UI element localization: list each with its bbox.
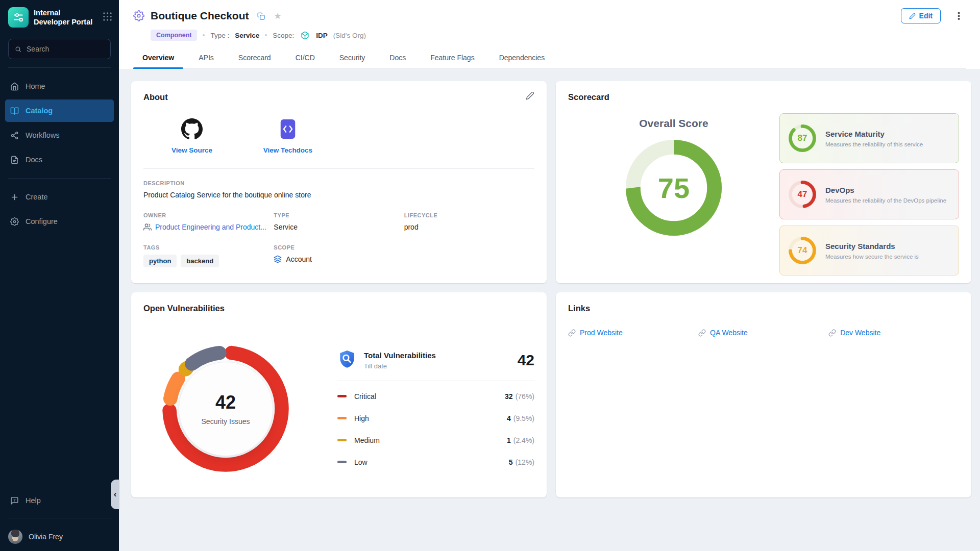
vulnerabilities-card: Open Vulnerabilities 42 Security Issues	[131, 292, 547, 497]
view-source-link[interactable]: View Source	[159, 118, 225, 154]
mini-score-name: DevOps	[825, 186, 946, 194]
shield-search-icon	[337, 350, 357, 370]
users-icon	[143, 223, 152, 231]
sidebar-item-catalog[interactable]: Catalog	[5, 99, 114, 122]
mini-score-value: 74	[798, 245, 807, 256]
page-title: Boutique Checkout	[151, 10, 249, 22]
vulnerabilities-donut-center: 42 Security Issues	[179, 362, 273, 456]
tags-field: TAGS python backend	[143, 244, 274, 267]
kebab-menu-icon[interactable]: ⋮	[952, 10, 966, 22]
layers-icon	[274, 255, 282, 263]
link-icon	[698, 329, 706, 337]
mini-score-value: 47	[798, 189, 807, 199]
chevron-left-icon: ‹	[114, 489, 117, 499]
legend-dash	[337, 439, 347, 441]
overall-score-value: 75	[658, 171, 690, 205]
user-menu[interactable]: Olivia Frey	[0, 524, 119, 544]
tab-cicd[interactable]: CI/CD	[286, 48, 324, 68]
tag-chip[interactable]: backend	[181, 255, 219, 267]
link-qa-website[interactable]: QA Website	[698, 329, 828, 337]
mini-donut: 87	[788, 124, 817, 153]
mini-score-name: Security Standards	[825, 242, 919, 251]
type-field: TYPE Service	[274, 212, 404, 231]
mini-score-desc: Measures the reliability of the DevOps p…	[825, 197, 946, 204]
divider	[143, 168, 534, 169]
search-box[interactable]	[8, 39, 111, 59]
scope-org: (Sid's Org)	[333, 32, 366, 39]
tag-chip[interactable]: python	[143, 255, 177, 267]
search-input[interactable]	[27, 45, 104, 53]
copy-icon[interactable]	[257, 12, 265, 20]
lifecycle-field: LIFECYCLE prod	[404, 212, 534, 231]
scorecard-title: Scorecard	[568, 92, 959, 102]
tab-overview[interactable]: Overview	[133, 48, 183, 68]
tab-scorecard[interactable]: Scorecard	[229, 48, 280, 68]
overall-score-label: Overall Score	[639, 117, 708, 130]
sidebar-item-create[interactable]: Create	[5, 186, 114, 208]
plus-icon	[10, 193, 19, 202]
sidebar-item-label: Help	[26, 496, 41, 505]
sidebar-item-workflows[interactable]: Workflows	[5, 124, 114, 146]
type-value: Service	[235, 32, 259, 39]
sidebar-item-configure[interactable]: Configure	[5, 210, 114, 233]
divider	[337, 381, 534, 381]
sidebar-item-home[interactable]: Home	[5, 75, 114, 97]
scorecard-item-service-maturity[interactable]: 87 Service Maturity Measures the reliabi…	[779, 113, 959, 163]
catalog-icon	[10, 107, 19, 115]
tab-apis[interactable]: APIs	[189, 48, 223, 68]
security-issues-count: 42	[215, 392, 236, 413]
sidebar-collapse-handle[interactable]: ‹	[111, 480, 119, 509]
help-icon: ?	[10, 496, 19, 505]
github-icon	[181, 118, 203, 140]
view-techdocs-link[interactable]: View Techdocs	[255, 118, 321, 154]
vulnerabilities-legend: Critical 32 (76%) High 4 (9.5%) Me	[337, 385, 534, 473]
sidebar-item-label: Docs	[26, 156, 42, 164]
legend-row-low: Low 5 (12%)	[337, 451, 534, 473]
sidebar-item-label: Workflows	[26, 131, 60, 139]
scope-label: Scope:	[273, 32, 294, 39]
search-icon	[15, 45, 21, 53]
scorecard-item-security-standards[interactable]: 74 Security Standards Measures how secur…	[779, 226, 959, 276]
legend-row-critical: Critical 32 (76%)	[337, 385, 534, 407]
legend-row-high: High 4 (9.5%)	[337, 407, 534, 429]
sidebar-item-help[interactable]: ? Help	[5, 489, 114, 512]
legend-dash	[337, 417, 347, 419]
user-name: Olivia Frey	[29, 533, 63, 541]
owner-link[interactable]: Product Engineering and Product...	[155, 223, 266, 231]
legend-dash	[337, 461, 347, 463]
links-title: Links	[568, 304, 959, 313]
sidebar-item-label: Create	[26, 193, 48, 201]
legend-dash	[337, 395, 347, 397]
tab-dependencies[interactable]: Dependencies	[490, 48, 554, 68]
link-prod-website[interactable]: Prod Website	[568, 329, 698, 337]
sidebar-item-label: Configure	[26, 217, 58, 226]
sidebar-item-label: Catalog	[26, 107, 53, 115]
scope-value[interactable]: IDP	[316, 32, 328, 39]
total-vulnerabilities-title: Total Vulnerabilities	[364, 351, 436, 360]
gear-icon	[10, 217, 19, 226]
scope-field: SCOPE Account	[274, 244, 404, 267]
about-edit-icon[interactable]	[526, 91, 534, 102]
mini-score-value: 87	[798, 133, 807, 143]
workflows-icon	[10, 131, 19, 140]
cube-icon	[301, 31, 309, 40]
content-grid: About View Source	[119, 69, 980, 497]
divider	[8, 518, 111, 518]
dot-separator	[203, 34, 205, 36]
link-dev-website[interactable]: Dev Website	[828, 329, 959, 337]
mini-donut: 74	[788, 236, 817, 265]
apps-grid-icon[interactable]	[103, 12, 112, 23]
sidebar-item-docs[interactable]: Docs	[5, 148, 114, 171]
tab-docs[interactable]: Docs	[380, 48, 415, 68]
divider	[8, 67, 111, 68]
component-gear-icon	[133, 10, 144, 21]
mini-donut: 47	[788, 180, 817, 209]
svg-text:?: ?	[13, 498, 15, 502]
tab-security[interactable]: Security	[330, 48, 375, 68]
sidebar-item-label: Home	[26, 82, 45, 90]
tab-feature-flags[interactable]: Feature Flags	[421, 48, 483, 68]
edit-button[interactable]: Edit	[901, 8, 941, 23]
scorecard-item-devops[interactable]: 47 DevOps Measures the reliability of th…	[779, 169, 959, 219]
scorecard-card: Scorecard Overall Score 75 87	[556, 81, 971, 283]
star-icon[interactable]: ★	[274, 12, 282, 20]
